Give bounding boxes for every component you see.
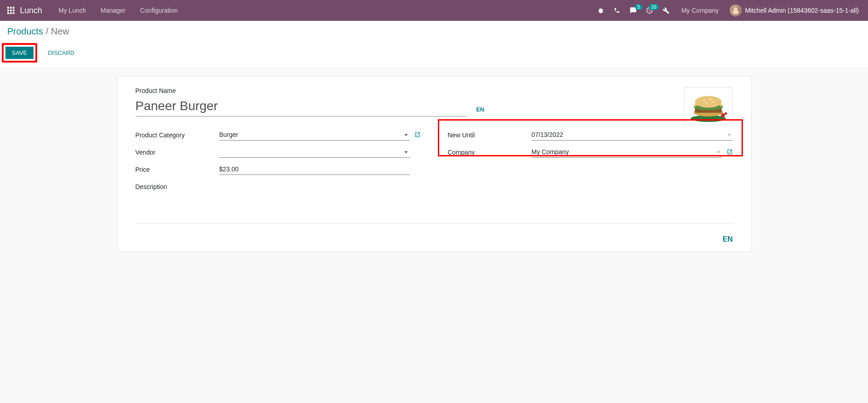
activities-badge: 33 [649, 4, 659, 10]
product-name-label: Product Name [136, 87, 466, 94]
messages-icon[interactable]: 5 [626, 3, 640, 18]
svg-rect-1 [10, 7, 12, 9]
breadcrumb-current: New [51, 26, 69, 37]
svg-rect-4 [10, 10, 12, 11]
apps-icon[interactable] [4, 3, 18, 18]
form-sheet: Product Name EN Product Category Vendor [117, 76, 752, 252]
description-area: EN [136, 223, 733, 224]
vendor-input[interactable] [219, 147, 410, 158]
form-background: Product Name EN Product Category Vendor [0, 68, 868, 270]
svg-rect-5 [13, 10, 15, 11]
save-button[interactable]: SAVE [5, 47, 34, 59]
svg-point-15 [710, 99, 711, 100]
price-label: Price [136, 166, 219, 173]
avatar [730, 5, 742, 16]
price-input[interactable] [219, 165, 410, 175]
category-external-link-icon[interactable] [414, 131, 421, 139]
messages-badge: 5 [635, 4, 642, 10]
svg-point-14 [703, 100, 705, 101]
discard-button[interactable]: DISCARD [44, 47, 78, 59]
svg-point-17 [705, 102, 707, 103]
new-until-input[interactable] [532, 130, 733, 141]
description-divider [136, 223, 733, 224]
company-label: Company [448, 149, 532, 156]
lang-badge-description[interactable]: EN [723, 235, 732, 243]
svg-rect-2 [13, 7, 15, 9]
company-external-link-icon[interactable] [727, 149, 733, 156]
svg-rect-6 [7, 12, 9, 14]
svg-point-19 [724, 112, 727, 115]
lang-badge-name[interactable]: EN [476, 106, 484, 113]
breadcrumb-sep: / [46, 26, 48, 37]
tools-icon[interactable] [659, 3, 673, 18]
product-name-input[interactable] [136, 97, 466, 117]
user-name: Mitchell Admin (15843602-saas-15-1-all) [745, 7, 859, 14]
vendor-label: Vendor [136, 149, 219, 156]
menu-my-lunch[interactable]: My Lunch [51, 7, 93, 14]
activities-icon[interactable]: 33 [642, 3, 657, 18]
svg-rect-3 [7, 10, 9, 11]
company-input[interactable] [532, 147, 722, 158]
product-image[interactable] [684, 87, 733, 125]
svg-rect-8 [13, 12, 15, 14]
svg-rect-7 [10, 12, 12, 14]
app-name[interactable]: Lunch [20, 6, 42, 15]
svg-point-13 [695, 96, 722, 108]
burger-icon [687, 89, 730, 123]
user-menu[interactable]: Mitchell Admin (15843602-saas-15-1-all) [726, 5, 864, 16]
svg-point-16 [713, 101, 714, 102]
description-label: Description [136, 183, 219, 190]
phone-icon[interactable] [610, 3, 624, 18]
breadcrumb: Products / New [7, 26, 861, 37]
breadcrumb-products[interactable]: Products [7, 26, 43, 37]
control-panel: Products / New SAVE DISCARD [0, 21, 868, 68]
menu-manager[interactable]: Manager [93, 7, 133, 14]
bug-icon[interactable] [593, 3, 608, 18]
svg-point-18 [721, 113, 725, 117]
category-label: Product Category [136, 131, 219, 139]
svg-rect-0 [7, 7, 9, 9]
company-switcher[interactable]: My Company [674, 7, 726, 14]
top-navbar: Lunch My Lunch Manager Configuration 5 3… [0, 0, 868, 21]
menu-configuration[interactable]: Configuration [133, 7, 185, 14]
category-input[interactable] [219, 130, 410, 141]
highlight-save: SAVE [2, 43, 37, 63]
new-until-label: New Until [448, 131, 532, 139]
